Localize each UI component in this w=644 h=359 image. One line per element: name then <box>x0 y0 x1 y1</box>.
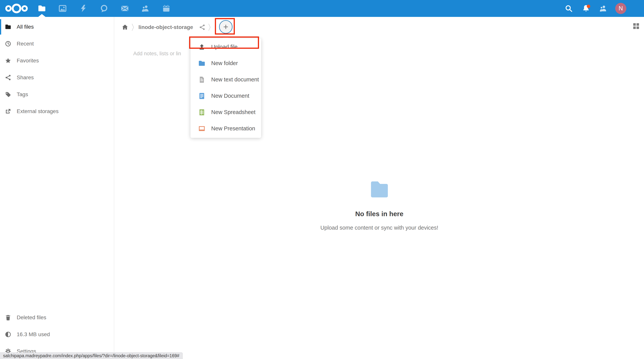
app-files-button[interactable] <box>32 0 52 17</box>
grid-icon <box>633 23 639 29</box>
files-folder-icon <box>38 4 46 13</box>
sidebar-item-label: Deleted files <box>17 314 46 320</box>
clock-icon <box>5 40 11 47</box>
empty-state: No files in here Upload some content or … <box>115 180 644 231</box>
star-icon <box>5 58 11 64</box>
people-icon <box>599 4 607 12</box>
status-url: salchipapa.madreypadre.com/index.php/app… <box>3 353 179 358</box>
menu-item-upload-file[interactable]: Upload file <box>190 39 261 55</box>
nextcloud-logo-icon[interactable] <box>4 3 29 14</box>
chevron-right-icon <box>208 23 211 32</box>
sidebar-item-tags[interactable]: Tags <box>0 86 114 103</box>
presentation-icon <box>198 125 206 132</box>
breadcrumb: linode-object-storage <box>115 17 644 38</box>
quota-icon <box>5 331 11 338</box>
sidebar-item-favorites[interactable]: Favorites <box>0 52 114 69</box>
sidebar-item-external-storages[interactable]: External storages <box>0 103 114 120</box>
empty-state-title: No files in here <box>355 210 404 218</box>
menu-item-label: New folder <box>211 60 238 66</box>
photos-icon <box>58 4 67 13</box>
menu-item-label: Upload file <box>211 44 238 50</box>
app-photos-button[interactable] <box>52 0 73 17</box>
folder-large-icon <box>369 180 390 198</box>
new-menu: Upload file New folder New text document <box>190 38 261 138</box>
upload-icon <box>198 44 206 51</box>
app-menu <box>32 0 177 17</box>
chevron-right-icon <box>132 23 134 32</box>
app-talk-button[interactable] <box>94 0 114 17</box>
user-avatar[interactable]: N <box>615 3 626 14</box>
sidebar-item-all-files[interactable]: All files <box>0 18 114 35</box>
notifications-button[interactable] <box>582 4 590 13</box>
calendar-icon <box>162 4 170 13</box>
empty-state-subtitle: Upload some content or sync with your de… <box>320 224 438 231</box>
folder-blue-icon <box>198 60 206 67</box>
nextcloud-files-app: N All files Recent Favorites <box>0 0 644 359</box>
magnifier-icon <box>565 4 573 12</box>
share-folder-button[interactable] <box>199 24 206 30</box>
talk-bubble-icon <box>100 4 108 13</box>
share-icon <box>5 74 11 81</box>
workspace-notes-input[interactable]: Add notes, lists or lin <box>133 51 181 57</box>
header-right-actions: N <box>564 3 626 14</box>
app-activity-button[interactable] <box>73 0 94 17</box>
sidebar-item-label: 16.3 MB used <box>17 331 50 338</box>
breadcrumb-current-folder[interactable]: linode-object-storage <box>138 24 193 30</box>
sidebar-item-label: Shares <box>17 74 34 81</box>
folder-icon <box>5 24 11 30</box>
tag-icon <box>5 91 11 98</box>
top-header: N <box>0 0 644 17</box>
files-sidebar: All files Recent Favorites Shares <box>0 17 114 359</box>
sidebar-item-deleted-files[interactable]: Deleted files <box>0 309 114 326</box>
sidebar-item-quota[interactable]: 16.3 MB used <box>0 326 114 343</box>
avatar-initial: N <box>619 5 623 12</box>
sidebar-item-label: All files <box>17 24 34 30</box>
menu-item-label: New Presentation <box>211 125 255 132</box>
new-button[interactable] <box>219 20 232 34</box>
sidebar-item-shares[interactable]: Shares <box>0 69 114 86</box>
trash-icon <box>5 314 11 321</box>
share-variant-icon <box>199 24 206 30</box>
sidebar-item-recent[interactable]: Recent <box>0 35 114 52</box>
activity-bolt-icon <box>79 4 88 13</box>
notification-dot <box>587 4 590 8</box>
menu-item-label: New text document <box>211 76 259 83</box>
menu-item-label: New Spreadsheet <box>211 109 256 116</box>
view-toggle-button[interactable] <box>633 23 639 29</box>
browser-status-bar: salchipapa.madreypadre.com/index.php/app… <box>0 352 182 359</box>
app-mail-button[interactable] <box>114 0 135 17</box>
menu-item-new-folder[interactable]: New folder <box>190 55 261 72</box>
menu-item-new-presentation[interactable]: New Presentation <box>190 120 261 137</box>
menu-item-new-document[interactable]: New Document <box>190 88 261 104</box>
contacts-menu-button[interactable] <box>599 4 608 13</box>
sidebar-item-label: Favorites <box>17 58 39 64</box>
external-link-icon <box>5 108 11 114</box>
app-calendar-button[interactable] <box>156 0 177 17</box>
menu-item-new-text-document[interactable]: New text document <box>190 72 261 88</box>
app-contacts-button[interactable] <box>135 0 156 17</box>
contacts-people-icon <box>141 4 150 13</box>
spreadsheet-icon <box>198 109 206 116</box>
plus-icon <box>223 24 229 30</box>
sidebar-item-label: Tags <box>17 92 28 98</box>
menu-item-label: New Document <box>211 93 249 99</box>
breadcrumb-home-button[interactable] <box>122 24 128 31</box>
text-file-icon <box>198 76 206 83</box>
menu-item-new-spreadsheet[interactable]: New Spreadsheet <box>190 104 261 120</box>
document-icon <box>198 92 206 100</box>
sidebar-item-label: Recent <box>17 41 34 47</box>
search-button[interactable] <box>564 4 573 13</box>
sidebar-footer: Deleted files 16.3 MB used <box>0 309 114 359</box>
mail-envelope-icon <box>120 4 129 13</box>
sidebar-item-label: External storages <box>17 108 58 114</box>
home-icon <box>122 24 128 31</box>
